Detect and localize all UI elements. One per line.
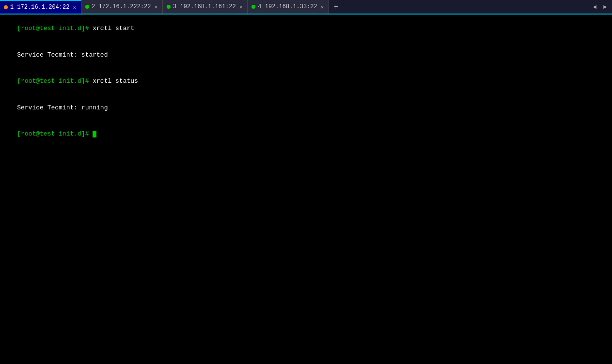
terminal-prompt-1: [root@test init.d]# bbox=[17, 25, 89, 32]
terminal-cursor bbox=[93, 131, 96, 137]
tab-3-label: 3 192.168.1.161:22 bbox=[173, 3, 236, 10]
tab-1-dot bbox=[4, 5, 8, 9]
tab-2-close[interactable]: ✕ bbox=[153, 4, 158, 10]
tab-bar: 1 172.16.1.204:22 ✕ 2 172.16.1.222:22 ✕ … bbox=[0, 0, 612, 15]
terminal-prompt-3: [root@test init.d]# bbox=[17, 130, 89, 137]
tab-nav-next[interactable]: ► bbox=[600, 2, 610, 11]
terminal-output-1: Service Tecmint: started bbox=[17, 51, 108, 59]
tab-4-label: 4 192.168.1.33:22 bbox=[258, 3, 317, 10]
tab-3[interactable]: 3 192.168.1.161:22 ✕ bbox=[163, 0, 248, 14]
tab-2[interactable]: 2 172.16.1.222:22 ✕ bbox=[81, 0, 163, 14]
terminal-line-4: Service Tecmint: running bbox=[2, 95, 610, 121]
tab-1[interactable]: 1 172.16.1.204:22 ✕ bbox=[0, 0, 81, 14]
tab-2-label: 2 172.16.1.222:22 bbox=[92, 3, 151, 10]
terminal-cursor-space bbox=[89, 130, 93, 137]
tab-3-dot bbox=[167, 5, 171, 9]
terminal-line-3: [root@test init.d]# xrctl status bbox=[2, 68, 610, 95]
tab-2-dot bbox=[85, 5, 89, 9]
terminal: [root@test init.d]# xrctl start Service … bbox=[0, 15, 612, 364]
tab-4[interactable]: 4 192.168.1.33:22 ✕ bbox=[248, 0, 329, 14]
terminal-line-1: [root@test init.d]# xrctl start bbox=[2, 15, 610, 42]
tab-1-label: 1 172.16.1.204:22 bbox=[10, 4, 69, 11]
terminal-line-2: Service Tecmint: started bbox=[2, 42, 610, 69]
terminal-line-5: [root@test init.d]# bbox=[2, 121, 610, 148]
add-tab-button[interactable]: + bbox=[329, 0, 343, 14]
tab-3-close[interactable]: ✕ bbox=[238, 4, 244, 10]
tab-nav: ◄ ► bbox=[590, 2, 612, 11]
terminal-command-1: xrctl start bbox=[89, 25, 134, 32]
tab-4-close[interactable]: ✕ bbox=[320, 4, 325, 10]
tab-1-close[interactable]: ✕ bbox=[72, 4, 77, 11]
terminal-prompt-2: [root@test init.d]# bbox=[17, 77, 89, 85]
terminal-command-2: xrctl status bbox=[89, 77, 138, 85]
terminal-output-2: Service Tecmint: running bbox=[17, 104, 108, 111]
tab-4-dot bbox=[251, 5, 255, 9]
tab-nav-prev[interactable]: ◄ bbox=[590, 2, 599, 11]
